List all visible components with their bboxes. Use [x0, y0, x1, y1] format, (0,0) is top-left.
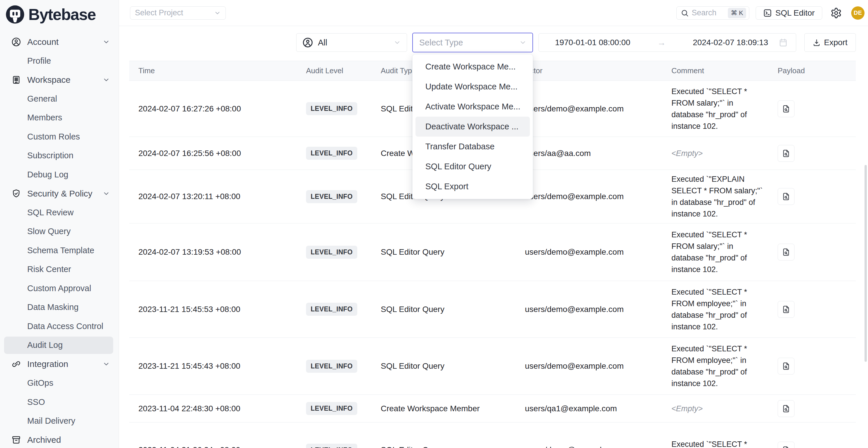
- sidebar-item-label: Data Access Control: [27, 322, 103, 331]
- dropdown-option-update-workspace-me[interactable]: Update Workspace Me...: [415, 77, 530, 97]
- sidebar-item-label: Schema Template: [27, 246, 94, 255]
- sidebar-item-general[interactable]: General: [0, 89, 119, 108]
- cell-audit-type: SQL Editor Query: [371, 361, 516, 371]
- date-range-picker[interactable]: 1970-01-01 08:00:00 → 2024-02-07 18:09:1…: [538, 33, 796, 52]
- sidebar-item-label: Data Masking: [27, 302, 79, 312]
- sidebar-item-subscription[interactable]: Subscription: [0, 146, 119, 165]
- sidebar: Bytebase AccountProfileWorkspaceGeneralM…: [0, 0, 119, 448]
- cell-audit-level: LEVEL_INFO: [297, 190, 371, 203]
- sidebar-item-sso[interactable]: SSO: [0, 393, 119, 412]
- cell-comment: Executed `"SELECT * FROM salary;"` in da…: [662, 86, 767, 132]
- sidebar-item-debug-log[interactable]: Debug Log: [0, 165, 119, 184]
- sidebar-item-slow-query[interactable]: Slow Query: [0, 222, 119, 241]
- sidebar-item-label: SSO: [27, 397, 45, 407]
- actor-filter-value: All: [318, 38, 394, 47]
- export-button[interactable]: Export: [804, 33, 856, 52]
- cell-time: 2023-11-04 22:48:30 +08:00: [129, 404, 297, 413]
- filter-bar: All Select Type 1970-01-01 08:00:00 → 20…: [119, 26, 868, 58]
- sql-editor-label: SQL Editor: [775, 8, 815, 18]
- sidebar-item-data-access-control[interactable]: Data Access Control: [0, 317, 119, 336]
- payload-view-button[interactable]: [778, 100, 795, 117]
- cell-payload: [768, 400, 856, 417]
- gear-icon[interactable]: [830, 7, 842, 19]
- dropdown-option-transfer-database[interactable]: Transfer Database: [415, 137, 530, 157]
- dropdown-option-deactivate-workspace[interactable]: Deactivate Workspace ...: [415, 117, 530, 137]
- chevron-down-icon: [214, 9, 221, 17]
- file-search-icon: [782, 192, 790, 201]
- cell-payload: [768, 244, 856, 260]
- payload-view-button[interactable]: [778, 442, 795, 448]
- scrollbar-thumb[interactable]: [865, 165, 867, 362]
- sidebar-item-sql-review[interactable]: SQL Review: [0, 203, 119, 222]
- cell-time: 2023-11-21 15:45:53 +08:00: [129, 305, 297, 314]
- archive-icon: [11, 435, 22, 445]
- cell-audit-type: SQL Editor Query: [371, 248, 516, 257]
- sidebar-section-archived[interactable]: Archived: [0, 430, 119, 448]
- cell-time: 2023-11-04 21:26:24 +08:00: [129, 445, 297, 448]
- sidebar-section-workspace[interactable]: Workspace: [0, 70, 119, 89]
- column-header-time: Time: [129, 66, 297, 75]
- sidebar-item-risk-center[interactable]: Risk Center: [0, 260, 119, 279]
- sidebar-item-label: Members: [27, 113, 62, 122]
- sidebar-item-label: Subscription: [27, 151, 73, 160]
- file-search-icon: [782, 404, 790, 413]
- sidebar-item-custom-approval[interactable]: Custom Approval: [0, 279, 119, 298]
- cell-payload: [768, 301, 856, 318]
- search-input[interactable]: Search ⌘ K: [676, 6, 749, 20]
- sidebar-section-account[interactable]: Account: [0, 32, 119, 52]
- topbar: Select Project Search ⌘ K SQL Editor DE: [119, 0, 868, 26]
- payload-view-button[interactable]: [778, 301, 795, 318]
- sidebar-item-data-masking[interactable]: Data Masking: [0, 298, 119, 317]
- sidebar-item-profile[interactable]: Profile: [0, 52, 119, 71]
- sidebar-item-schema-template[interactable]: Schema Template: [0, 241, 119, 260]
- cell-actor: users/demo@example.com: [516, 248, 662, 257]
- file-search-icon: [782, 446, 790, 448]
- audit-log-row: 2023-11-21 15:45:53 +08:00LEVEL_INFOSQL …: [129, 281, 856, 338]
- sidebar-item-gitops[interactable]: GitOps: [0, 374, 119, 393]
- cell-comment: Executed `"EXPLAIN SELECT * FROM salary;…: [662, 173, 767, 220]
- shield-check-icon: [11, 188, 22, 199]
- sql-editor-button[interactable]: SQL Editor: [756, 6, 822, 20]
- file-search-icon: [782, 248, 790, 256]
- sidebar-item-label: Mail Delivery: [27, 416, 75, 426]
- cell-actor: users/qa1@example.com: [516, 404, 662, 413]
- payload-view-button[interactable]: [778, 358, 795, 375]
- chevron-down-icon: [102, 38, 110, 46]
- sidebar-item-audit-log[interactable]: Audit Log: [0, 336, 119, 355]
- payload-view-button[interactable]: [778, 400, 795, 417]
- dropdown-option-sql-editor-query[interactable]: SQL Editor Query: [415, 157, 530, 177]
- audit-log-row: 2024-02-07 13:19:53 +08:00LEVEL_INFOSQL …: [129, 223, 856, 281]
- file-search-icon: [782, 362, 790, 371]
- column-header-comment: Comment: [662, 66, 768, 75]
- type-filter-select[interactable]: Select Type: [412, 33, 533, 53]
- bytebase-logo[interactable]: Bytebase: [0, 0, 119, 29]
- actor-filter-select[interactable]: All: [296, 33, 407, 52]
- chevron-down-icon: [394, 39, 401, 46]
- sidebar-item-members[interactable]: Members: [0, 108, 119, 127]
- date-to-value: 2024-02-07 18:09:13: [693, 38, 768, 47]
- user-avatar[interactable]: DE: [851, 6, 865, 20]
- sidebar-section-security-policy[interactable]: Security & Policy: [0, 184, 119, 203]
- chevron-down-icon: [519, 39, 527, 46]
- sidebar-section-integration[interactable]: Integration: [0, 355, 119, 374]
- sidebar-item-custom-roles[interactable]: Custom Roles: [0, 127, 119, 147]
- sidebar-item-label: GitOps: [27, 378, 53, 388]
- file-search-icon: [782, 305, 790, 314]
- topbar-right-cluster: Search ⌘ K SQL Editor DE: [676, 6, 868, 20]
- audit-level-badge: LEVEL_INFO: [306, 360, 357, 373]
- file-search-icon: [782, 149, 790, 158]
- user-circle-icon: [11, 37, 22, 47]
- audit-log-row: 2023-11-21 15:45:43 +08:00LEVEL_INFOSQL …: [129, 338, 856, 395]
- dropdown-option-activate-workspace-me[interactable]: Activate Workspace Me...: [415, 97, 530, 117]
- payload-view-button[interactable]: [778, 244, 795, 260]
- sidebar-section-label: Account: [27, 37, 59, 47]
- sidebar-item-mail-delivery[interactable]: Mail Delivery: [0, 412, 119, 430]
- dropdown-option-create-workspace-me[interactable]: Create Workspace Me...: [415, 57, 530, 77]
- chevron-down-icon: [102, 76, 110, 84]
- dropdown-option-sql-export[interactable]: SQL Export: [415, 177, 530, 196]
- project-select[interactable]: Select Project: [130, 6, 226, 20]
- payload-view-button[interactable]: [778, 145, 795, 162]
- sidebar-section-label: Integration: [27, 359, 68, 369]
- payload-view-button[interactable]: [778, 188, 795, 205]
- cell-actor: users/demo@example.com: [516, 445, 662, 448]
